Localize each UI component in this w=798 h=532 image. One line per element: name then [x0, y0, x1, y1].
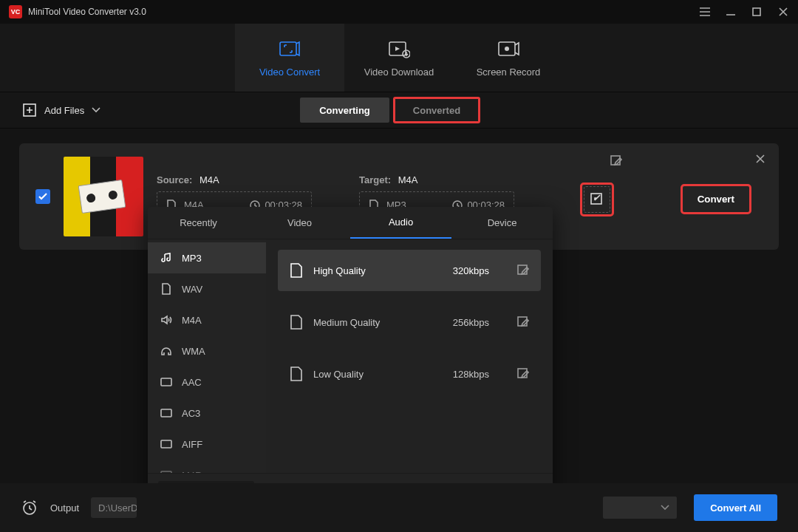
chevron-down-icon: [661, 504, 669, 511]
svg-rect-11: [161, 378, 171, 386]
svg-rect-0: [753, 8, 760, 16]
svg-rect-13: [161, 440, 171, 448]
format-item-m4r[interactable]: M4R: [148, 460, 266, 473]
edit-icon[interactable]: [517, 265, 529, 276]
svg-rect-1: [280, 42, 296, 55]
maximize-icon[interactable]: [752, 7, 763, 16]
record-icon: [497, 38, 519, 59]
quality-medium[interactable]: Medium Quality 256kbps: [278, 301, 541, 343]
download-icon: [388, 38, 410, 59]
add-files-label: Add Files: [44, 105, 84, 116]
output-label: Output: [50, 502, 79, 514]
dropdown-tab-video[interactable]: Video: [249, 207, 350, 239]
file-thumbnail: [64, 157, 143, 236]
quality-list: High Quality 320kbps Medium Quality 256k…: [266, 239, 553, 473]
toolbar: Add Files Converting Converted: [0, 92, 798, 129]
bottom-bar: Output D:\UserD Convert All: [0, 483, 798, 532]
convert-button[interactable]: Convert: [683, 186, 749, 212]
source-label: Source:: [157, 174, 192, 185]
chevron-down-icon: [92, 106, 100, 114]
svg-point-5: [505, 47, 509, 51]
converted-tab[interactable]: Converted: [394, 98, 480, 123]
schedule-icon[interactable]: [21, 499, 38, 516]
format-dropdown: Recently Video Audio Device MP3 WAV M4A …: [148, 207, 553, 510]
file-icon: [290, 315, 303, 330]
ac3-icon: [160, 406, 173, 420]
svg-rect-12: [161, 409, 171, 417]
file-icon: [290, 366, 303, 381]
converting-tab[interactable]: Converting: [300, 98, 389, 123]
file-checkbox[interactable]: [35, 189, 50, 204]
file-icon: [160, 282, 173, 296]
format-item-wma[interactable]: WMA: [148, 335, 266, 366]
aac-icon: [160, 375, 173, 389]
titlebar: VC MiniTool Video Converter v3.0: [0, 0, 798, 24]
headphone-icon: [160, 344, 173, 358]
tab-screen-record-label: Screen Record: [477, 66, 541, 78]
main-tabs: Video Convert Video Download Screen Reco…: [0, 24, 798, 92]
format-item-aiff[interactable]: AIFF: [148, 429, 266, 460]
tab-video-convert[interactable]: Video Convert: [235, 24, 344, 92]
close-icon[interactable]: [779, 7, 789, 16]
target-format: M4A: [398, 174, 418, 185]
speaker-icon: [160, 313, 173, 327]
convert-all-button[interactable]: Convert All: [694, 494, 777, 521]
app-logo: VC: [9, 5, 22, 18]
tab-screen-record[interactable]: Screen Record: [454, 24, 563, 92]
remove-file-button[interactable]: [755, 154, 765, 164]
format-item-m4a[interactable]: M4A: [148, 304, 266, 335]
format-item-aac[interactable]: AAC: [148, 366, 266, 398]
format-item-ac3[interactable]: AC3: [148, 398, 266, 429]
format-item-mp3[interactable]: MP3: [148, 242, 266, 273]
menu-icon[interactable]: [699, 7, 709, 17]
quality-high[interactable]: High Quality 320kbps: [278, 250, 541, 291]
source-format: M4A: [200, 174, 219, 185]
aiff-icon: [160, 437, 173, 451]
output-format-select[interactable]: [603, 497, 677, 519]
dropdown-tab-recently[interactable]: Recently: [148, 207, 249, 239]
music-icon: [160, 251, 173, 265]
format-list[interactable]: MP3 WAV M4A WMA AAC AC3: [148, 239, 266, 473]
file-icon: [290, 263, 303, 278]
dropdown-tab-audio[interactable]: Audio: [350, 207, 451, 239]
add-file-icon: [22, 103, 37, 117]
minimize-icon[interactable]: [726, 7, 736, 17]
target-label: Target:: [359, 174, 391, 185]
edit-target-icon[interactable]: [610, 155, 622, 167]
app-title: MiniTool Video Converter v3.0: [28, 7, 146, 17]
tab-video-convert-label: Video Convert: [259, 66, 320, 78]
svg-rect-14: [161, 471, 171, 473]
dropdown-tab-device[interactable]: Device: [451, 207, 553, 239]
m4r-icon: [160, 468, 173, 473]
output-path-box[interactable]: D:\UserD: [91, 497, 137, 518]
add-files-button[interactable]: Add Files: [22, 103, 100, 117]
tab-video-download-label: Video Download: [364, 66, 434, 78]
convert-icon: [279, 38, 301, 59]
quality-low[interactable]: Low Quality 128kbps: [278, 353, 541, 395]
format-item-wav[interactable]: WAV: [148, 273, 266, 304]
tab-video-download[interactable]: Video Download: [344, 24, 454, 92]
select-preset-button[interactable]: [584, 186, 610, 213]
edit-icon[interactable]: [517, 368, 529, 380]
edit-icon[interactable]: [517, 316, 529, 328]
